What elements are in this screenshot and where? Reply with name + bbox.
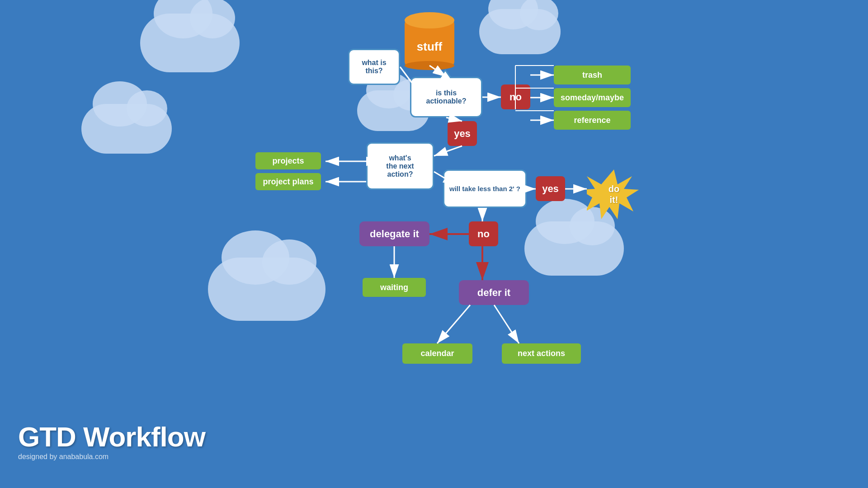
cloud-5 <box>524 221 624 276</box>
project-plans-node: project plans <box>255 173 321 190</box>
no-box-2: no <box>469 221 498 246</box>
waiting-node: waiting <box>363 278 426 297</box>
svg-line-15 <box>434 146 462 156</box>
no-box-1: no <box>501 84 530 109</box>
yes-box-1: yes <box>448 121 477 146</box>
cloud-6 <box>208 258 326 321</box>
less-than-label: will take less than 2' ? <box>449 185 520 192</box>
gtd-subtitle: designed by anababula.com <box>18 453 205 461</box>
delegate-label: delegate it <box>370 228 419 240</box>
delegate-node: delegate it <box>359 221 429 246</box>
do-it-node: doit! <box>587 167 641 221</box>
someday-node: someday/maybe <box>554 88 631 107</box>
no-label-2: no <box>477 228 490 240</box>
less-than-node: will take less than 2' ? <box>443 169 527 208</box>
actionable-node: is thisactionable? <box>410 77 482 117</box>
project-plans-label: project plans <box>263 177 313 187</box>
defer-node: defer it <box>459 280 529 305</box>
yes-label-2: yes <box>542 183 559 195</box>
trash-node: trash <box>554 66 631 84</box>
projects-node: projects <box>255 152 321 169</box>
svg-line-26 <box>494 305 519 343</box>
what-is-this-label: what isthis? <box>362 59 386 75</box>
cloud-4 <box>479 9 561 54</box>
cloud-1 <box>140 14 240 72</box>
actionable-label: is thisactionable? <box>426 89 467 105</box>
reference-label: reference <box>574 116 610 125</box>
calendar-node: calendar <box>402 343 472 364</box>
defer-label: defer it <box>477 287 510 299</box>
stuff-label: stuff <box>417 40 442 54</box>
someday-label: someday/maybe <box>561 93 624 103</box>
projects-label: projects <box>272 156 304 166</box>
next-action-node: what'sthe nextaction? <box>366 142 434 190</box>
gtd-main-title: GTD Workflow <box>18 423 205 451</box>
calendar-label: calendar <box>420 349 454 358</box>
yes-label-1: yes <box>454 128 471 140</box>
reference-node: reference <box>554 111 631 130</box>
cloud-3 <box>81 104 172 154</box>
waiting-label: waiting <box>380 283 408 292</box>
no-label-1: no <box>509 91 522 103</box>
what-is-this-node: what isthis? <box>348 49 400 85</box>
stuff-node: stuff <box>405 20 454 66</box>
do-it-label: doit! <box>609 183 619 205</box>
flowchart-arrows <box>0 0 868 488</box>
next-action-label: what'sthe nextaction? <box>386 154 414 178</box>
yes-box-2: yes <box>536 176 565 201</box>
gtd-title-area: GTD Workflow designed by anababula.com <box>18 423 205 461</box>
next-actions-label: next actions <box>518 349 565 358</box>
svg-line-14 <box>446 117 462 121</box>
svg-line-25 <box>437 305 470 343</box>
next-actions-node: next actions <box>502 343 581 364</box>
trash-label: trash <box>582 70 602 80</box>
